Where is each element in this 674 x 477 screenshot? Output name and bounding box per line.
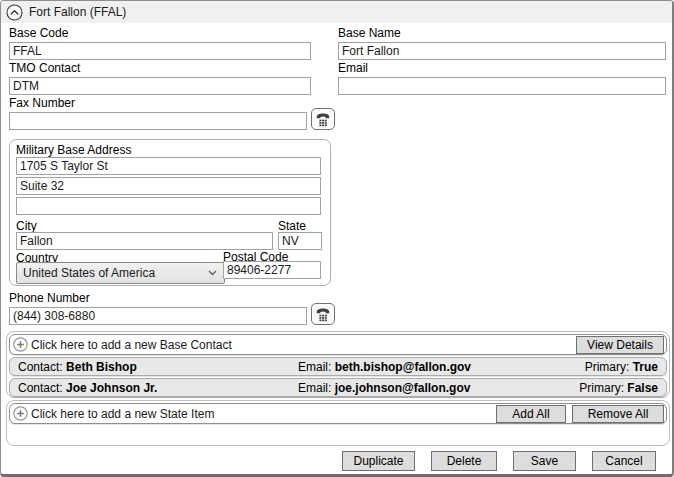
- base-code-input[interactable]: [9, 42, 311, 60]
- expander-header[interactable]: Fort Fallon (FFAL): [1, 1, 672, 23]
- plus-circle-icon: [13, 406, 28, 421]
- plus-circle-icon: [13, 337, 28, 352]
- collapse-toggle-button[interactable]: [6, 4, 23, 21]
- chevron-down-icon: [208, 270, 217, 276]
- contact-email-cell: Email: joe.johnson@fallon.gov: [298, 381, 568, 395]
- email-input[interactable]: [338, 77, 666, 95]
- remove-all-button[interactable]: Remove All: [572, 405, 664, 423]
- save-button[interactable]: Save: [513, 451, 576, 471]
- address-group-label: Military Base Address: [16, 143, 131, 157]
- base-code-label: Base Code: [9, 27, 311, 40]
- add-state-item-label: Click here to add a new State Item: [31, 407, 493, 421]
- city-label: City: [16, 219, 37, 233]
- address-line2-input[interactable]: [16, 177, 321, 195]
- tmo-contact-label: TMO Contact: [9, 62, 311, 75]
- contact-name-cell: Contact: Beth Bishop: [18, 360, 298, 374]
- base-contacts-section: Click here to add a new Base Contact Vie…: [6, 331, 670, 398]
- country-select[interactable]: United States of America: [16, 262, 225, 284]
- contact-primary-cell: Primary: False: [568, 381, 658, 395]
- fax-number-input[interactable]: [9, 112, 307, 130]
- phone-number-input[interactable]: [9, 307, 307, 325]
- contact-primary-cell: Primary: True: [568, 360, 658, 374]
- phone-dial-button[interactable]: [311, 303, 335, 325]
- delete-button[interactable]: Delete: [431, 451, 497, 471]
- footer-actions: Duplicate Delete Save Cancel: [342, 451, 656, 471]
- phone-keypad-icon: [315, 111, 331, 127]
- phone-number-label: Phone Number: [9, 292, 307, 305]
- fax-number-label: Fax Number: [9, 97, 307, 110]
- cancel-button[interactable]: Cancel: [592, 451, 656, 471]
- duplicate-button[interactable]: Duplicate: [342, 451, 415, 471]
- base-contact-row[interactable]: Contact: Joe Johnson Jr. Email: joe.john…: [9, 378, 667, 397]
- contact-email-cell: Email: beth.bishop@fallon.gov: [298, 360, 568, 374]
- military-base-address-group: Military Base Address City State Country…: [9, 139, 331, 286]
- postal-code-input[interactable]: [223, 261, 321, 279]
- chevron-up-circle-icon: [6, 4, 23, 21]
- base-name-label: Base Name: [338, 27, 666, 40]
- fax-dial-button[interactable]: [311, 108, 335, 130]
- city-input[interactable]: [16, 232, 273, 250]
- contact-name-cell: Contact: Joe Johnson Jr.: [18, 381, 298, 395]
- country-selected-value: United States of America: [23, 266, 155, 280]
- state-items-section: Click here to add a new State Item Add A…: [6, 400, 670, 446]
- address-line3-input[interactable]: [16, 197, 321, 215]
- add-base-contact-label: Click here to add a new Base Contact: [31, 338, 573, 352]
- add-all-button[interactable]: Add All: [496, 405, 566, 423]
- add-base-contact-row[interactable]: Click here to add a new Base Contact Vie…: [9, 334, 667, 355]
- state-label: State: [278, 219, 306, 233]
- base-contact-row[interactable]: Contact: Beth Bishop Email: beth.bishop@…: [9, 357, 667, 376]
- address-line1-input[interactable]: [16, 157, 321, 175]
- header-title: Fort Fallon (FFAL): [29, 5, 126, 19]
- phone-keypad-icon: [315, 306, 331, 322]
- email-label: Email: [338, 62, 666, 75]
- base-editor-window: Fort Fallon (FFAL) Base Code Base Name T…: [0, 0, 674, 477]
- state-input[interactable]: [278, 232, 322, 250]
- tmo-contact-input[interactable]: [9, 77, 311, 95]
- add-state-item-row[interactable]: Click here to add a new State Item Add A…: [9, 403, 667, 424]
- view-details-button[interactable]: View Details: [576, 336, 664, 354]
- base-name-input[interactable]: [338, 42, 666, 60]
